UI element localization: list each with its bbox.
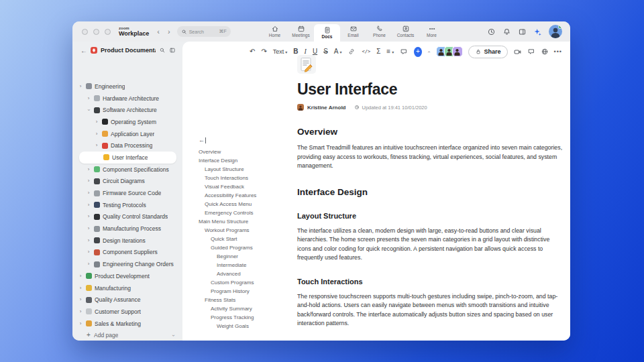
tree-item-sales-marketing[interactable]: ›Sales & Marketing	[72, 318, 182, 330]
chevron-right-icon[interactable]: ›	[78, 274, 83, 279]
ai-companion-sparkle-icon[interactable]	[533, 27, 542, 36]
document-body[interactable]: User Interface Kristine Arnold Updated a…	[297, 42, 563, 328]
outline-item-quick-access-menu[interactable]: Quick Access Menu	[199, 200, 292, 208]
chevron-right-icon[interactable]: ›	[86, 96, 91, 101]
doc-paragraph[interactable]: The responsive touchscreen supports mult…	[297, 292, 563, 328]
chevron-right-icon[interactable]: ›	[86, 190, 91, 196]
chevron-right-icon[interactable]: ›	[78, 297, 83, 302]
nav-forward-button[interactable]: ›	[168, 27, 170, 36]
tree-item-operating-system[interactable]: ›Operating System	[72, 116, 182, 128]
outline-item-advanced[interactable]: Advanced	[199, 269, 292, 278]
chevron-down-icon[interactable]: ›	[86, 107, 91, 113]
chevron-right-icon[interactable]: ›	[86, 249, 91, 255]
outline-item-accessibility-features[interactable]: Accessibility Features	[199, 191, 292, 200]
sidebar-search-icon[interactable]	[159, 47, 166, 54]
tree-item-testing-protocols[interactable]: ›Testing Protocols	[72, 199, 182, 211]
chevron-right-icon[interactable]: ›	[86, 202, 91, 208]
chevron-down-icon[interactable]: ›	[170, 335, 176, 337]
tab-home[interactable]: Home	[262, 21, 288, 42]
tree-item-circuit-diagrams[interactable]: ›Circuit Diagrams	[72, 176, 182, 188]
add-page-button[interactable]: +Add page›	[72, 329, 182, 341]
window-controls[interactable]	[82, 29, 111, 35]
chevron-right-icon[interactable]: ›	[94, 143, 99, 148]
outline-item-touch-interactions[interactable]: Touch Interactions	[199, 174, 292, 182]
tree-item-quality-assurance[interactable]: ›Quality Assurance	[72, 294, 182, 306]
outline-item-layout-structure[interactable]: Layout Structure	[199, 165, 292, 174]
sidebar-back-button[interactable]: ←	[80, 47, 87, 54]
tree-item-engineering[interactable]: ›Engineering	[72, 80, 182, 93]
outline-item-quick-start[interactable]: Quick Start	[199, 235, 292, 243]
chevron-right-icon[interactable]: ›	[78, 321, 83, 326]
chevron-right-icon[interactable]: ›	[86, 214, 91, 219]
chevron-right-icon[interactable]: ›	[94, 131, 99, 137]
tree-item-design-iterations[interactable]: ›Design Iterations	[72, 235, 182, 247]
outline-item-emergency-controls[interactable]: Emergency Controls	[199, 208, 292, 217]
side-panel-icon[interactable]	[518, 27, 527, 36]
outline-item-overview[interactable]: Overview	[199, 147, 292, 156]
sidebar-panel-toggle-icon[interactable]	[169, 47, 176, 54]
collapse-outline-icon[interactable]: ←	[199, 137, 206, 143]
truck-icon	[94, 249, 100, 255]
text-style-dropdown[interactable]: Text▾	[273, 48, 288, 55]
tree-item-user-interface[interactable]: User Interface	[79, 152, 176, 164]
chevron-right-icon[interactable]: ›	[86, 226, 91, 231]
notifications-bell-icon[interactable]	[502, 27, 511, 36]
outline-item-workout-programs[interactable]: Workout Programs	[199, 226, 292, 235]
tree-item-manufacturing-process[interactable]: ›Manufacturing Process	[72, 223, 182, 235]
outline-item-visual-feedback[interactable]: Visual Feedback	[199, 182, 292, 191]
global-search-input[interactable]: Search ⌘F	[177, 26, 231, 37]
chevron-right-icon[interactable]: ›	[78, 286, 83, 291]
nav-back-button[interactable]: ‹	[157, 27, 160, 36]
tab-email[interactable]: Email	[340, 21, 366, 42]
tree-item-manufacturing[interactable]: ›Manufacturing	[72, 282, 182, 294]
tree-item-data-processing[interactable]: ›Data Processing	[72, 139, 182, 152]
chevron-right-icon[interactable]: ›	[86, 238, 91, 243]
doc-paragraph[interactable]: The Smart Treadmill features an intuitiv…	[297, 143, 563, 171]
redo-button[interactable]: ↷	[261, 48, 266, 55]
tab-contacts[interactable]: Contacts	[392, 21, 419, 42]
close-window-button[interactable]	[82, 29, 88, 35]
outline-item-custom-programs[interactable]: Custom Programs	[199, 278, 292, 287]
chevron-right-icon[interactable]: ›	[94, 119, 99, 125]
chevron-right-icon[interactable]: ›	[86, 261, 91, 267]
doc-heading-layout-structure[interactable]: Layout Structure	[297, 212, 563, 220]
tree-item-engineering-change-orders[interactable]: ›Engineering Change Orders	[72, 258, 182, 270]
outline-item-program-history[interactable]: Program History	[199, 287, 292, 296]
outline-item-intermediate[interactable]: Intermediate	[199, 261, 292, 269]
page-title[interactable]: User Interface	[297, 80, 563, 99]
tree-item-quality-control-standards[interactable]: ›Quality Control Standards	[72, 211, 182, 223]
doc-heading-interface-design[interactable]: Interface Design	[297, 187, 563, 197]
chevron-right-icon[interactable]: ›	[86, 178, 91, 184]
outline-item-fitness-stats[interactable]: Fitness Stats	[199, 296, 292, 304]
tree-item-software-architecture[interactable]: ›Software Architecture	[72, 104, 182, 116]
tree-item-application-layer[interactable]: ›Application Layer	[72, 128, 182, 140]
user-avatar[interactable]	[549, 25, 562, 38]
tab-more[interactable]: More	[419, 21, 445, 42]
outline-item-progress-tracking[interactable]: Progress Tracking	[199, 313, 292, 322]
tab-meetings[interactable]: Meetings	[288, 21, 314, 42]
outline-item-guided-programs[interactable]: Guided Programs	[199, 243, 292, 252]
tree-item-hardware-architecture[interactable]: ›Hardware Architecture	[72, 93, 182, 105]
chevron-right-icon[interactable]: ›	[78, 309, 83, 314]
doc-heading-overview[interactable]: Overview	[297, 127, 563, 137]
undo-button[interactable]: ↶	[250, 48, 255, 55]
outline-item-weight-goals[interactable]: Weight Goals	[199, 322, 292, 330]
chevron-right-icon[interactable]: ›	[78, 84, 83, 89]
chevron-right-icon[interactable]: ›	[86, 167, 91, 172]
tab-phone[interactable]: Phone	[366, 21, 392, 42]
minimize-window-button[interactable]	[93, 29, 99, 35]
outline-item-interface-design[interactable]: Interface Design	[199, 156, 292, 165]
tree-item-product-development[interactable]: ›Product Development	[72, 270, 182, 282]
doc-heading-touch-interactions[interactable]: Touch Interactions	[297, 278, 563, 286]
outline-item-main-menu-structure[interactable]: Main Menu Structure	[199, 217, 292, 226]
outline-item-activity-summary[interactable]: Activity Summary	[199, 304, 292, 313]
tab-docs[interactable]: Docs	[314, 24, 340, 42]
outline-item-beginner[interactable]: Beginner	[199, 252, 292, 261]
tree-item-component-suppliers[interactable]: ›Component Suppliers	[72, 247, 182, 259]
doc-paragraph[interactable]: The interface utilizes a clean, modern d…	[297, 227, 563, 263]
zoom-window-button[interactable]	[105, 29, 111, 35]
tree-item-firmware-source-code[interactable]: ›Firmware Source Code	[72, 187, 182, 199]
history-clock-icon[interactable]	[487, 27, 496, 36]
tree-item-customer-support[interactable]: ›Customer Support	[72, 306, 182, 318]
tree-item-component-specifications[interactable]: ›Component Specifications	[72, 164, 182, 176]
